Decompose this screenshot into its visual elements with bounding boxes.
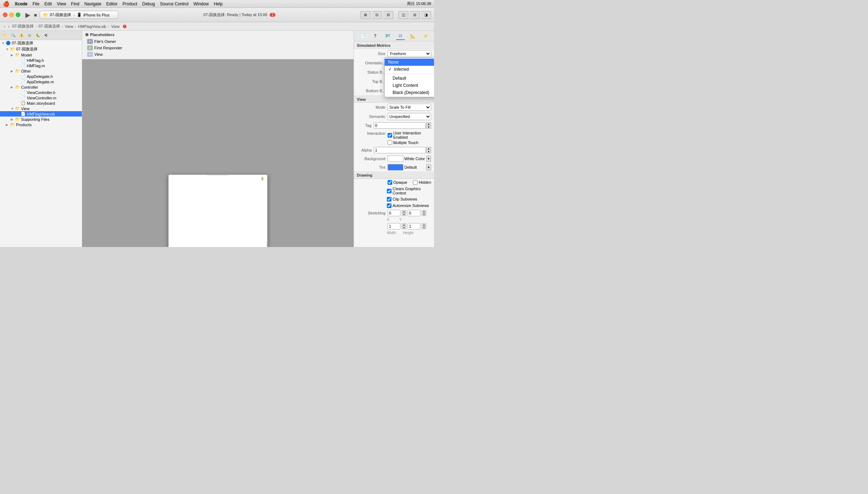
stretch-w-input[interactable] bbox=[388, 223, 400, 229]
editor-toggle-standard[interactable]: ⊞ bbox=[360, 11, 370, 19]
sidebar-btn-test[interactable]: ◇ bbox=[26, 32, 33, 39]
dropdown-item-light[interactable]: Light Content bbox=[385, 82, 434, 89]
stretch-w-dec[interactable]: ▼ bbox=[402, 226, 406, 229]
tree-item-vc-h[interactable]: 📄 ViewController.h bbox=[0, 90, 82, 95]
inspector-tab-quickhelp[interactable]: ? bbox=[371, 32, 379, 40]
tree-item-model[interactable]: ▶ 📁 Model bbox=[0, 52, 82, 58]
clip-subviews-label[interactable]: Clip Subviews bbox=[387, 197, 417, 202]
menu-source-control[interactable]: Source Control bbox=[160, 1, 189, 6]
alpha-input[interactable] bbox=[374, 147, 426, 153]
sidebar-btn-source[interactable]: ⑆ bbox=[43, 32, 50, 39]
tree-item-controller[interactable]: ▶ 📁 Controller bbox=[0, 84, 82, 90]
multiple-touch-label[interactable]: Multiple Touch bbox=[388, 140, 431, 145]
traffic-green[interactable] bbox=[16, 13, 20, 17]
stretch-x-input[interactable] bbox=[388, 210, 400, 216]
breadcrumb-nav-forward[interactable]: › bbox=[7, 24, 11, 29]
panel-toggle-bottom[interactable]: ⊟ bbox=[410, 11, 420, 19]
clip-subviews-checkbox[interactable] bbox=[387, 197, 391, 202]
clears-graphics-label[interactable]: Clears Graphics Context bbox=[387, 187, 431, 195]
panel-toggle-right[interactable]: ◨ bbox=[421, 11, 431, 19]
inspector-tab-attributes[interactable]: ⊟ bbox=[396, 32, 405, 40]
stretch-x-inc[interactable]: ▲ bbox=[402, 210, 406, 213]
tree-item-storyboard[interactable]: 📋 Main.storyboard bbox=[0, 100, 82, 106]
opaque-checkbox[interactable] bbox=[388, 180, 392, 185]
traffic-red[interactable] bbox=[3, 13, 8, 17]
menu-navigate[interactable]: Navigate bbox=[84, 1, 101, 6]
background-swatch[interactable] bbox=[388, 155, 403, 162]
stop-button[interactable]: ■ bbox=[33, 12, 38, 18]
breadcrumb-item-4[interactable]: HMFlagView.xib bbox=[77, 24, 108, 29]
breadcrumb-nav-back[interactable]: ‹ bbox=[3, 24, 6, 29]
breadcrumb-item-3[interactable]: View bbox=[64, 24, 75, 29]
tree-item-appdelegate-h[interactable]: 📄 AppDelegate.h bbox=[0, 74, 82, 79]
menu-file[interactable]: File bbox=[33, 1, 39, 6]
tree-item-project[interactable]: ▼ 📁 07-国旗选择 bbox=[0, 46, 82, 52]
inspector-tab-identity[interactable]: 🪪 bbox=[383, 32, 392, 40]
dropdown-item-default[interactable]: Default bbox=[385, 75, 434, 82]
dropdown-item-black[interactable]: Black (Deprecated) bbox=[385, 89, 434, 96]
menu-debug[interactable]: Debug bbox=[142, 1, 155, 6]
dropdown-item-none[interactable]: None bbox=[385, 59, 434, 66]
autoresize-checkbox[interactable] bbox=[387, 203, 391, 208]
alpha-increment[interactable]: ▲ bbox=[426, 147, 431, 150]
autoresize-label[interactable]: Autoresize Subviews bbox=[387, 203, 429, 208]
alpha-decrement[interactable]: ▼ bbox=[426, 150, 431, 153]
tree-item-hmflag-h[interactable]: 📄 HMFlag.h bbox=[0, 58, 82, 63]
editor-toggle-assistant[interactable]: ⊡ bbox=[372, 11, 382, 19]
menu-editor[interactable]: Editor bbox=[106, 1, 118, 6]
editor-toggle-version[interactable]: ⊟ bbox=[383, 11, 393, 19]
run-button[interactable]: ▶ bbox=[25, 11, 31, 19]
sidebar-btn-debug[interactable]: 🐛 bbox=[34, 32, 41, 39]
panel-toggle-left[interactable]: ◫ bbox=[398, 11, 408, 19]
sidebar-btn-folder[interactable]: 📁 bbox=[1, 32, 9, 39]
sidebar-btn-warning[interactable]: ⚠️ bbox=[18, 32, 25, 39]
menu-product[interactable]: Product bbox=[123, 1, 137, 6]
menu-view[interactable]: View bbox=[57, 1, 66, 6]
menu-xcode[interactable]: Xcode bbox=[15, 1, 28, 6]
placeholder-files-owner[interactable]: F File's Owner bbox=[85, 38, 351, 45]
tint-swatch[interactable] bbox=[388, 164, 403, 171]
tag-increment[interactable]: ▲ bbox=[426, 122, 431, 125]
size-control[interactable]: Freeform bbox=[388, 50, 431, 57]
menu-edit[interactable]: Edit bbox=[44, 1, 52, 6]
tag-input[interactable] bbox=[374, 122, 426, 129]
background-control[interactable]: White Color bbox=[388, 155, 426, 162]
inspector-tab-size[interactable]: 📐 bbox=[409, 32, 417, 40]
menu-window[interactable]: Window bbox=[194, 1, 209, 6]
menu-find[interactable]: Find bbox=[71, 1, 79, 6]
size-select[interactable]: Freeform bbox=[388, 50, 431, 57]
sidebar-btn-search[interactable]: 🔍 bbox=[10, 32, 17, 39]
semantic-select[interactable]: Unspecified bbox=[388, 113, 431, 120]
tree-item-vc-m[interactable]: 📄 ViewController.m bbox=[0, 95, 82, 100]
menu-help[interactable]: Help bbox=[214, 1, 223, 6]
stretch-y-inc[interactable]: ▲ bbox=[422, 210, 426, 213]
clears-graphics-checkbox[interactable] bbox=[387, 189, 391, 193]
inspector-tab-file[interactable]: 📄 bbox=[358, 32, 367, 40]
breadcrumb-item-2[interactable]: 07-国旗选择 bbox=[38, 24, 61, 29]
background-dropdown[interactable]: ▼ bbox=[426, 155, 431, 162]
tree-item-root[interactable]: ▼ 🔵 07-国旗选择 bbox=[0, 40, 82, 46]
inspector-tab-connections[interactable]: ⚡ bbox=[421, 32, 430, 40]
hidden-label[interactable]: Hidden bbox=[413, 180, 431, 185]
apple-menu[interactable]: 🍎 bbox=[3, 1, 10, 7]
opaque-label[interactable]: Opaque bbox=[388, 180, 407, 185]
dropdown-item-inferred[interactable]: ✓ Inferred bbox=[385, 66, 434, 73]
tree-item-supporting[interactable]: ▶ 📁 Supporting Files bbox=[0, 117, 82, 122]
stretch-h-inc[interactable]: ▲ bbox=[422, 223, 426, 226]
tree-item-hmflag-m[interactable]: 📄 HMFlag.m bbox=[0, 63, 82, 68]
stretch-h-dec[interactable]: ▼ bbox=[422, 226, 426, 229]
user-interaction-label[interactable]: User Interaction Enabled bbox=[388, 131, 431, 139]
multiple-touch-checkbox[interactable] bbox=[388, 140, 392, 145]
stretch-w-inc[interactable]: ▲ bbox=[402, 223, 406, 226]
breadcrumb-item-1[interactable]: 07-国旗选择 bbox=[11, 24, 35, 29]
traffic-yellow[interactable] bbox=[9, 13, 14, 17]
hidden-checkbox[interactable] bbox=[413, 180, 418, 185]
mode-select[interactable]: Scale To Fill bbox=[388, 104, 431, 111]
tree-item-view-folder[interactable]: ▼ 📁 View bbox=[0, 106, 82, 111]
tree-item-other[interactable]: ▶ 📁 Other bbox=[0, 68, 82, 74]
scheme-selector[interactable]: 📁 07-国旗选择 › 📱 iPhone 6s Plus bbox=[40, 11, 118, 19]
stretch-y-input[interactable] bbox=[408, 210, 420, 216]
tag-decrement[interactable]: ▼ bbox=[426, 125, 431, 129]
stretch-x-dec[interactable]: ▼ bbox=[402, 213, 406, 216]
tint-dropdown[interactable]: ▼ bbox=[426, 164, 431, 171]
